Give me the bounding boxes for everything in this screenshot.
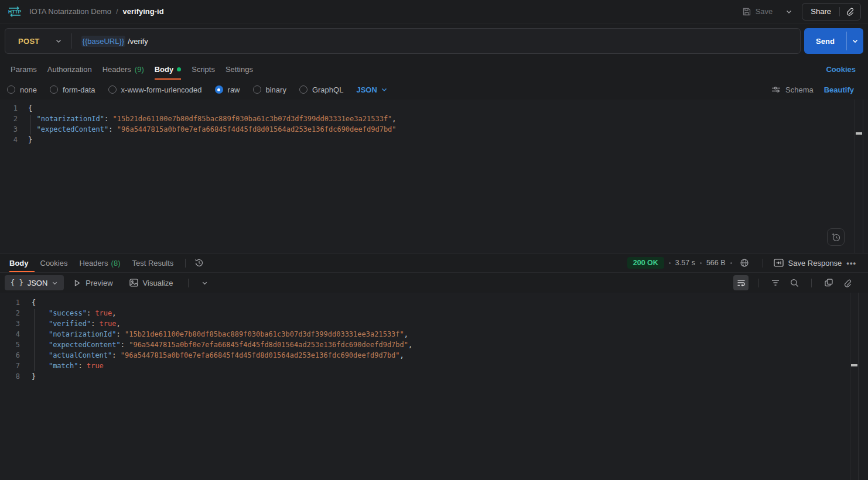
code-line: 5 "expectedContent": "96a5447815a0bf0e7e… (0, 340, 868, 350)
radio-icon (299, 85, 307, 94)
search-icon (790, 279, 799, 287)
body-type-none[interactable]: none (7, 85, 37, 94)
response-tab-test-results[interactable]: Test Results (127, 253, 180, 272)
line-number: 2 (0, 114, 18, 124)
line-number: 3 (0, 124, 18, 135)
method-chevron-icon (55, 37, 62, 44)
code-line: 3 "verified": true, (0, 318, 868, 329)
send-options-chevron[interactable] (847, 28, 863, 54)
tab-scripts[interactable]: Scripts (186, 59, 220, 80)
network-info-button[interactable] (737, 255, 752, 270)
code-line: 8} (0, 371, 868, 382)
postbot-icon (831, 232, 841, 242)
line-number: 4 (0, 135, 18, 145)
save-response-button[interactable]: Save Response (774, 259, 842, 268)
share-button[interactable]: Share (802, 4, 839, 20)
breadcrumb-request-name[interactable]: verifying-id (123, 7, 164, 16)
beautify-link[interactable]: Beautify (824, 85, 854, 94)
body-modified-dot (177, 67, 181, 71)
response-meta: 200 OK 3.57 s 566 B Save Response ••• (627, 255, 863, 270)
line-number: 1 (0, 297, 20, 308)
response-body-editor[interactable]: 1{2 "success": true,3 "verified": true,4… (0, 293, 868, 480)
send-button-label: Send (816, 37, 835, 46)
line-number: 5 (0, 340, 20, 350)
code-line: 7 "match": true (0, 361, 868, 371)
copy-link-button[interactable] (840, 275, 855, 290)
sliders-icon (771, 85, 781, 94)
tab-body[interactable]: Body (149, 59, 187, 80)
method-selector[interactable]: POST (5, 37, 71, 46)
status-badge[interactable]: 200 OK (627, 257, 664, 269)
save-response-icon (774, 259, 784, 267)
svg-text:HTTP: HTTP (8, 8, 22, 14)
body-type-raw[interactable]: raw (215, 85, 240, 94)
visualize-options-chevron[interactable] (197, 275, 212, 290)
play-icon (73, 279, 81, 287)
tab-headers[interactable]: Headers (9) (97, 59, 149, 80)
breadcrumb-workspace[interactable]: IOTA Notarization Demo (29, 7, 111, 16)
raw-language-selector[interactable]: JSON (356, 85, 387, 94)
body-type-graphql[interactable]: GraphQL (299, 85, 343, 94)
url-variable: {{baseURL}} (81, 36, 126, 47)
more-actions-button[interactable]: ••• (846, 259, 856, 268)
request-body-editor[interactable]: 1{2 "notarizationId": "15b21de61100e7b80… (0, 100, 868, 253)
postbot-button[interactable] (827, 228, 845, 246)
link-icon (843, 279, 852, 287)
request-url-box: POST {{baseURL}} /verify (5, 28, 801, 54)
response-tab-cookies[interactable]: Cookies (35, 253, 74, 272)
line-number: 4 (0, 329, 20, 340)
request-editor-scrollbar[interactable] (855, 100, 863, 253)
breadcrumb-separator: / (116, 7, 118, 16)
response-history-button[interactable] (192, 255, 207, 270)
body-type-binary[interactable]: binary (253, 85, 286, 94)
body-type-x-www-form-urlencoded[interactable]: x-www-form-urlencoded (108, 85, 202, 94)
save-button[interactable]: Save (739, 4, 777, 19)
scrollbar-thumb[interactable] (856, 132, 862, 135)
scrollbar-thumb[interactable] (851, 364, 857, 366)
preview-button[interactable]: Preview (66, 275, 119, 290)
save-button-label: Save (756, 7, 773, 16)
body-type-form-data[interactable]: form-data (50, 85, 95, 94)
tab-authorization[interactable]: Authorization (42, 59, 97, 80)
indent-guide (30, 115, 31, 135)
request-url-row: POST {{baseURL}} /verify Send (0, 23, 868, 59)
radio-icon (7, 85, 15, 94)
response-editor-scrollbar[interactable] (850, 293, 859, 480)
response-tab-headers[interactable]: Headers (8) (73, 253, 126, 272)
code-line: 4} (0, 135, 868, 145)
schema-button[interactable]: Schema (771, 85, 814, 94)
share-button-group: Share (802, 3, 861, 20)
line-number: 2 (0, 308, 20, 318)
http-request-icon: HTTP (7, 5, 22, 19)
response-size[interactable]: 566 B (706, 259, 726, 267)
url-input[interactable]: {{baseURL}} /verify (72, 36, 158, 47)
send-button[interactable]: Send (804, 28, 846, 54)
line-number: 3 (0, 318, 20, 329)
copy-link-button[interactable] (840, 4, 860, 20)
visualize-button[interactable]: Visualize (122, 275, 180, 290)
code-line: 1{ (0, 297, 868, 308)
divider (763, 259, 763, 268)
word-wrap-button[interactable] (733, 275, 749, 290)
request-body-code: 1{2 "notarizationId": "15b21de61100e7b80… (0, 103, 868, 145)
braces-icon: { } (11, 279, 23, 287)
tab-settings[interactable]: Settings (220, 59, 258, 80)
radio-icon (108, 85, 117, 94)
search-button[interactable] (787, 275, 802, 290)
response-tab-body[interactable]: Body (9, 253, 35, 272)
copy-button[interactable] (821, 275, 836, 290)
chevron-down-icon (381, 86, 388, 93)
cookies-link[interactable]: Cookies (826, 65, 863, 74)
response-toolbar-right (733, 275, 863, 290)
top-bar: HTTP IOTA Notarization Demo / verifying-… (0, 0, 868, 23)
filter-button[interactable] (768, 275, 783, 290)
line-number: 1 (0, 103, 18, 114)
tab-params[interactable]: Params (5, 59, 42, 80)
response-format-selector[interactable]: { } JSON (5, 275, 64, 290)
dot-separator (700, 262, 702, 264)
line-number: 6 (0, 350, 20, 361)
save-options-chevron[interactable] (782, 5, 796, 18)
response-time[interactable]: 3.57 s (675, 259, 695, 267)
response-tabs: Body Cookies Headers (8) Test Results 20… (0, 253, 868, 273)
divider (188, 279, 189, 287)
